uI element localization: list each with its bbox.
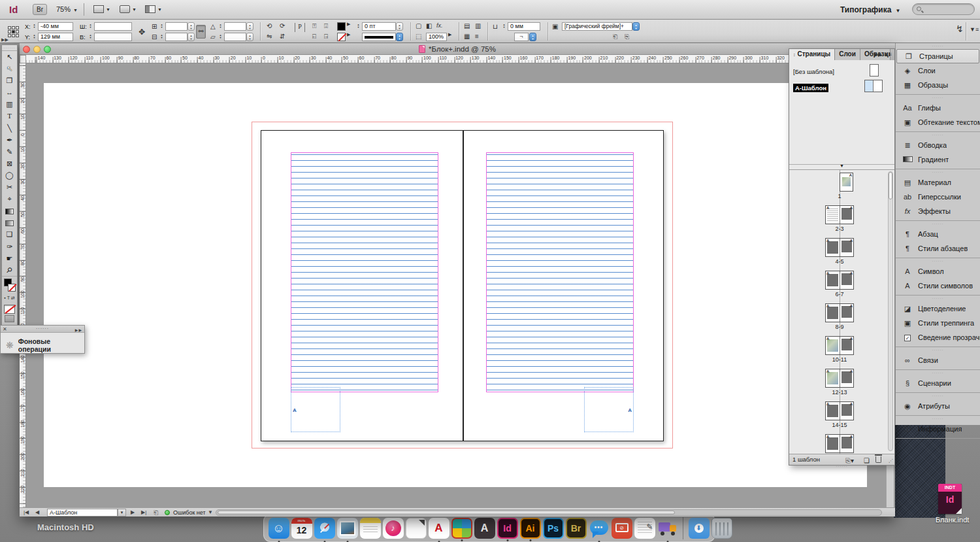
panel-group-grip[interactable]: ······ [896,221,980,227]
panel-group-grip[interactable]: ······ [896,43,980,49]
dock-icon-mail[interactable] [337,518,358,539]
toolbar-grip[interactable]: ······ [2,45,17,51]
pages-panel-scrollbar-thumb[interactable] [889,172,892,199]
panel-button-stroke[interactable]: ≣Обводка [896,138,980,152]
panel-button-text-wrap[interactable]: ▣Обтекание текстом [896,115,980,129]
gap-tool[interactable]: ↔ [2,86,17,98]
dock-icon-calendar[interactable]: июль12 [291,518,312,539]
panel-group-grip[interactable]: ······ [896,416,980,422]
panel-group-grip[interactable]: ······ [896,95,980,101]
select-container-button[interactable]: ⍐ [312,22,316,30]
break-link-style-icon[interactable]: ⎘ [625,33,629,41]
object-style-dropdown-button[interactable]: ▲▼ [632,22,640,31]
apply-none-button[interactable] [4,305,15,314]
select-previous-button[interactable]: ⍇ [312,33,316,41]
page-thumbnail[interactable]: A [840,173,853,192]
view-options-button[interactable]: ▼ [93,5,110,13]
stroke-style-dropdown-button[interactable]: ▲▼ [396,33,403,41]
screen-mode-button[interactable]: ▼ [120,5,137,13]
stroke-style-select[interactable] [362,33,396,41]
select-content-button[interactable]: ⍗ [324,22,328,30]
dock-icon-textedit[interactable]: ✎ [634,518,655,539]
panel-button-swatches[interactable]: ▦Образцы [896,78,980,92]
corner-shape-dropdown-button[interactable]: ▲▼ [529,33,536,41]
collapse-icon[interactable]: ▶▶ [75,327,82,333]
preview-page-icon[interactable]: ⎗ [154,509,158,517]
spread[interactable]: A A [261,130,664,441]
horizontal-ruler[interactable]: 1401301201101009080706050403020100102030… [26,55,895,63]
object-style-select[interactable]: [Графический фрейм]+ [562,22,632,31]
panel-group-grip[interactable]: ······ [896,169,980,175]
scale-x-stepper[interactable]: ▲▼ [159,22,164,31]
tab-Страницы[interactable]: ↕Страницы [789,49,835,60]
panel-button-effects[interactable]: fxЭффекты [896,204,980,218]
dock-icon-finder[interactable]: ☺ [269,518,289,539]
height-stepper[interactable]: ▲▼ [88,33,93,41]
search-input[interactable] [912,3,975,15]
blend-icon[interactable]: ◧ [426,22,432,29]
dock-icon-delivery-truck[interactable] [657,518,678,539]
dock-icon-libreoffice[interactable] [406,518,427,539]
stroke-weight-stepper[interactable]: ▲▼ [356,22,361,31]
panel-button-info[interactable]: ⓘИнформация [896,422,980,436]
stroke-swatch[interactable] [337,33,346,41]
scale-x-field[interactable] [165,22,188,31]
flip-horizontal-button[interactable]: ⇋ [267,33,272,40]
free-transform-tool[interactable]: ⌖ [2,193,17,205]
horizontal-scrollbar[interactable] [216,509,882,516]
panel-group-grip[interactable]: ······ [896,258,980,264]
page-thumbnail[interactable]: AA [825,369,854,388]
eyedropper-tool[interactable]: ✑ [2,241,17,252]
preflight-status-text[interactable]: Ошибок нет [173,509,206,516]
canvas[interactable]: A A [26,63,895,507]
fill-flyout-arrow[interactable]: ▶ [347,22,350,27]
page-number-frame-left[interactable]: A [291,387,340,432]
dock-icon-windows-tiles[interactable] [451,518,472,539]
height-field[interactable] [94,33,132,41]
new-page-button[interactable]: ❏ [864,456,870,466]
selection-tool[interactable]: ↖ [2,51,17,63]
page-thumbnail[interactable]: AA [825,271,854,290]
formatting-affects-buttons[interactable]: ▪ T ⇄ [2,296,17,303]
panel-button-links[interactable]: ∞Связи [896,353,980,367]
opacity-flyout-arrow[interactable]: ▶ [448,32,451,37]
panel-button-hyperlinks[interactable]: abГиперссылки [896,190,980,204]
panel-group-grip[interactable]: ······ [896,370,980,376]
content-collector-tool[interactable]: ▥ [2,98,17,110]
page-navigation-field[interactable]: А-Шаблон [47,509,118,517]
wrap-jump-button[interactable]: ≡ [475,33,479,40]
vertical-ruler[interactable]: 3020100102030405060708090100110120130140… [20,63,26,507]
page-thumbnail[interactable]: AA [825,238,854,257]
x-stepper[interactable]: ▲▼ [32,22,37,31]
page-tool[interactable]: ❐ [2,75,17,86]
pencil-tool[interactable]: ✎ [2,146,17,158]
dock-icon-downloads[interactable]: ⬇ [689,518,710,539]
stroke-weight-field[interactable]: 0 пт [362,22,396,31]
panel-button-character[interactable]: AСимвол [896,264,980,279]
rotate-ccw-button[interactable]: ⟲ [267,22,272,29]
corner-shape-select[interactable]: ¬ [514,33,529,41]
corner-radius-stepper[interactable]: ▲▼ [502,22,506,31]
corner-radius-field[interactable]: 0 мм [508,22,540,31]
next-page-button[interactable]: ▶ [131,509,135,515]
indt-file-icon[interactable]: INDT Id [938,484,962,514]
page-thumbnail[interactable]: AA [825,401,854,420]
scale-y-spinner[interactable]: ▲▼ [188,33,195,41]
x-position-field[interactable]: -40 мм [38,22,73,31]
desktop-volume-label[interactable]: Macintosh HD [37,522,94,532]
drop-shadow-icon[interactable]: ⬚ [416,33,421,40]
page-number-frame-right[interactable]: A [584,387,634,432]
rotation-stepper[interactable]: ▲▼ [218,22,223,31]
gradient-tool[interactable] [2,205,17,216]
quick-apply-icon[interactable]: ↯ [956,24,964,34]
dock-icon-acrobat-pro[interactable]: A [474,518,495,539]
scale-y-stepper[interactable]: ▲▼ [159,33,164,41]
shear-field[interactable] [224,33,246,41]
page-thumbnail[interactable]: AA [825,303,854,322]
dock-icon-safari[interactable] [314,518,335,539]
wrap-none-button[interactable]: ▤ [464,22,470,29]
panel-button-gradient[interactable]: Градиент [896,152,980,167]
opacity-icon[interactable]: ▢ [416,22,421,29]
panel-button-layers[interactable]: ◈Слои [896,63,980,78]
effects-button[interactable]: fx. [436,22,443,29]
